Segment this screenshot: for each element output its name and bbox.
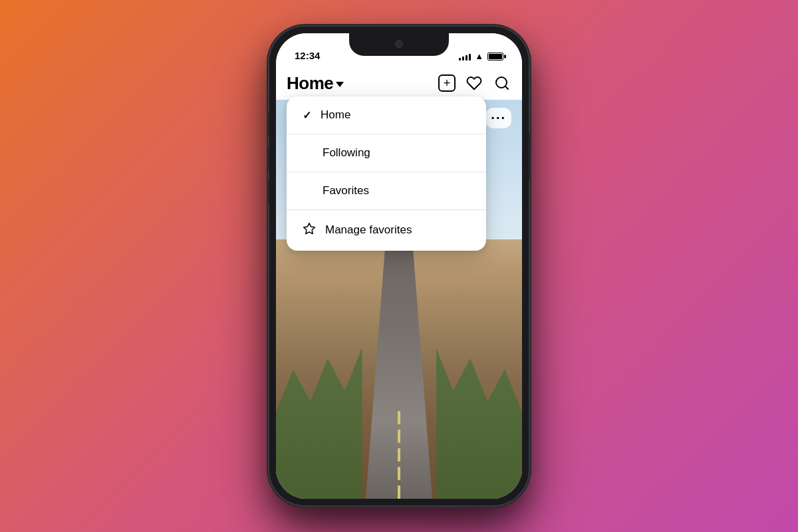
header-actions <box>438 74 511 92</box>
new-post-button[interactable] <box>438 74 456 92</box>
app-header: Home <box>276 66 522 100</box>
phone-notch <box>349 33 449 56</box>
menu-item-home-label: Home <box>321 108 350 122</box>
signal-icon <box>459 53 471 61</box>
search-button[interactable] <box>493 74 511 92</box>
menu-item-favorites[interactable]: Favorites <box>287 172 486 209</box>
menu-item-following-label: Following <box>323 146 370 160</box>
phone-screen: 12:34 ▲ Home <box>276 33 522 499</box>
star-outline-icon <box>303 222 316 239</box>
front-camera <box>395 40 403 48</box>
svg-line-1 <box>505 86 508 89</box>
more-options-button[interactable]: ··· <box>485 108 511 128</box>
status-icons: ▲ <box>459 51 503 61</box>
menu-item-manage-favorites-label: Manage favorites <box>325 223 412 237</box>
menu-item-following[interactable]: Following <box>287 134 486 172</box>
menu-item-home[interactable]: ✓ Home <box>287 96 486 134</box>
phone-frame-wrapper: 12:34 ▲ Home <box>269 27 529 505</box>
feed-dropdown-menu: ✓ Home Following Favorites <box>287 96 486 251</box>
battery-icon <box>487 53 503 61</box>
header-title-text: Home <box>287 73 333 94</box>
svg-marker-2 <box>304 223 315 233</box>
wifi-icon: ▲ <box>475 51 483 61</box>
menu-item-manage-favorites[interactable]: Manage favorites <box>287 210 486 251</box>
header-title-group[interactable]: Home <box>287 73 438 94</box>
checkmark-icon: ✓ <box>303 109 311 122</box>
notifications-button[interactable] <box>465 74 483 92</box>
chevron-down-icon <box>336 82 344 87</box>
background: 12:34 ▲ Home <box>0 0 798 532</box>
menu-item-favorites-label: Favorites <box>323 184 369 198</box>
